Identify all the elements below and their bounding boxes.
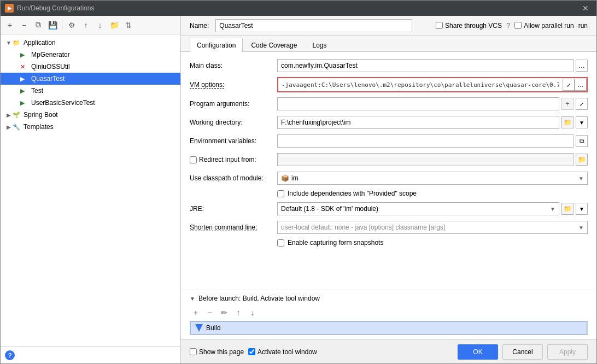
allow-parallel-checkbox[interactable] [514, 22, 522, 29]
show-page-label[interactable]: Show this page [190, 348, 244, 356]
env-vars-input[interactable] [277, 134, 573, 148]
jre-wrap: Default (1.8 - SDK of 'im' module) ▼ 📁 ▼ [277, 202, 588, 215]
main-class-browse-button[interactable]: … [576, 60, 588, 72]
right-panel: Name: Share through VCS ? Allow parallel… [181, 16, 596, 363]
help-button[interactable]: ? [5, 350, 15, 360]
share-vcs-checkbox[interactable] [436, 22, 443, 29]
close-button[interactable]: ✕ [579, 3, 592, 14]
working-dir-row: Working directory: 📁 ▼ [190, 115, 588, 130]
tab-logs[interactable]: Logs [305, 38, 333, 52]
folder-button[interactable]: 📁 [108, 19, 120, 31]
program-args-label: Program arguments: [190, 100, 277, 108]
vm-options-browse-button[interactable]: … [575, 79, 587, 91]
tree-item-label: Test [31, 87, 43, 95]
allow-parallel-label[interactable]: Allow parallel run [514, 22, 573, 30]
vm-options-input[interactable] [278, 78, 563, 91]
before-launch-item-build[interactable]: Build [190, 321, 587, 334]
working-dir-browse-button[interactable]: 📁 [561, 116, 573, 128]
main-class-input[interactable] [277, 59, 573, 72]
program-args-expand-button[interactable]: ⤢ [576, 98, 588, 110]
include-deps-label[interactable]: Include dependencies with "Provided" sco… [288, 190, 417, 197]
bottom-bar: Show this page Activate tool window OK C… [181, 339, 596, 363]
snapshots-checkbox[interactable] [277, 239, 284, 246]
wrench-icon: 🔧 [13, 124, 21, 131]
activate-checkbox[interactable] [248, 348, 255, 355]
apply-button[interactable]: Apply [547, 344, 588, 360]
program-args-add-button[interactable]: + [561, 98, 573, 110]
env-vars-label: Environment variables: [190, 137, 277, 145]
before-launch-down-button[interactable]: ↓ [247, 307, 259, 319]
redirect-wrap: 📁 [277, 153, 588, 166]
tree-item-quasartest[interactable]: ▶ QuasarTest [1, 73, 180, 85]
redirect-checkbox[interactable] [190, 156, 197, 163]
program-args-input[interactable] [277, 97, 559, 110]
copy-config-button[interactable]: ⧉ [32, 19, 44, 31]
collapse-icon[interactable]: ▼ [190, 296, 195, 302]
env-vars-browse-button[interactable]: ⧉ [576, 135, 588, 147]
tree-item-templates[interactable]: ▶ 🔧 Templates [1, 121, 180, 133]
classpath-arrow: ▼ [578, 175, 584, 181]
vm-options-wrap: ⤢ … [277, 77, 588, 92]
before-launch-up-button[interactable]: ↑ [232, 307, 244, 319]
tree-item-application[interactable]: ▼ 📁 Application [1, 37, 180, 49]
main-class-wrap: … [277, 59, 588, 72]
jre-browse-button[interactable]: 📁 [561, 203, 573, 215]
expand-icon: ▶ [5, 112, 13, 118]
title-bar-left: ▶ Run/Debug Configurations [5, 4, 94, 13]
activate-label[interactable]: Activate tool window [248, 348, 317, 356]
left-toolbar: + − ⧉ 💾 ⚙ ↑ ↓ 📁 ⇅ [1, 16, 180, 34]
shorten-label: Shorten command line: [190, 224, 277, 231]
ok-button[interactable]: OK [458, 344, 498, 360]
header-right: Share through VCS ? Allow parallel run r… [436, 21, 588, 30]
tree-item-springboot[interactable]: ▶ 🌱 Spring Boot [1, 109, 180, 121]
allow-parallel-suffix: run [578, 22, 588, 30]
share-vcs-label[interactable]: Share through VCS [436, 22, 502, 30]
working-dir-input[interactable] [277, 116, 559, 129]
move-up-button[interactable]: ↑ [80, 19, 92, 31]
redirect-browse-button[interactable]: 📁 [576, 154, 588, 166]
main-class-row: Main class: … [190, 58, 588, 73]
tab-bar: Configuration Code Coverage Logs [181, 36, 596, 52]
before-launch-list: Build [190, 321, 588, 335]
redirect-input[interactable] [277, 153, 573, 166]
tree-item-test[interactable]: ▶ Test [1, 85, 180, 97]
before-launch-edit-button[interactable]: ✏ [218, 307, 230, 319]
snapshots-row: Enable capturing form snapshots [190, 239, 588, 246]
tab-configuration[interactable]: Configuration [190, 38, 243, 52]
snapshots-label[interactable]: Enable capturing form snapshots [288, 239, 383, 246]
share-help-icon[interactable]: ? [506, 21, 510, 30]
before-launch-toolbar: + − ✏ ↑ ↓ [190, 307, 588, 319]
shorten-wrap: user-local default: none - java [options… [277, 221, 588, 234]
cancel-button[interactable]: Cancel [502, 344, 543, 360]
name-input[interactable] [215, 19, 412, 32]
working-dir-expand-button[interactable]: ▼ [576, 116, 588, 128]
tree-item-qiniuossutil[interactable]: ✕ QiniuOSSUtil [1, 61, 180, 73]
classpath-dropdown[interactable]: 📦 im ▼ [277, 172, 588, 185]
shorten-dropdown[interactable]: user-local default: none - java [options… [277, 221, 588, 234]
tree-item-mpgenerator[interactable]: ▶ MpGenerator [1, 49, 180, 61]
shorten-arrow: ▼ [578, 225, 584, 231]
before-launch-item-label: Build [206, 324, 221, 332]
save-config-button[interactable]: 💾 [46, 19, 58, 31]
tree-item-label: Application [24, 39, 56, 46]
move-down-button[interactable]: ↓ [94, 19, 106, 31]
program-args-row: Program arguments: + ⤢ [190, 97, 588, 111]
run-icon: ▶ [20, 87, 29, 95]
jre-dropdown[interactable]: Default (1.8 - SDK of 'im' module) ▼ [277, 202, 559, 215]
tree-item-userbasicservicetest[interactable]: ▶ UserBasicServiceTest [1, 97, 180, 109]
add-config-button[interactable]: + [4, 19, 16, 31]
tab-code-coverage[interactable]: Code Coverage [244, 38, 304, 52]
redirect-label: Redirect input from: [199, 156, 261, 163]
sort-button[interactable]: ⇅ [122, 19, 134, 31]
before-launch-add-button[interactable]: + [190, 307, 202, 319]
remove-config-button[interactable]: − [18, 19, 30, 31]
jre-expand-button[interactable]: ▼ [576, 203, 588, 215]
bottom-bar-left: Show this page Activate tool window [190, 348, 317, 356]
settings-button[interactable]: ⚙ [66, 19, 78, 31]
show-page-checkbox[interactable] [190, 348, 197, 355]
include-deps-checkbox[interactable] [277, 190, 284, 197]
title-bar: ▶ Run/Debug Configurations ✕ [1, 1, 596, 16]
before-launch-remove-button[interactable]: − [204, 307, 216, 319]
vm-options-expand-button[interactable]: ⤢ [563, 79, 575, 91]
redirect-row: Redirect input from: 📁 [190, 152, 588, 167]
